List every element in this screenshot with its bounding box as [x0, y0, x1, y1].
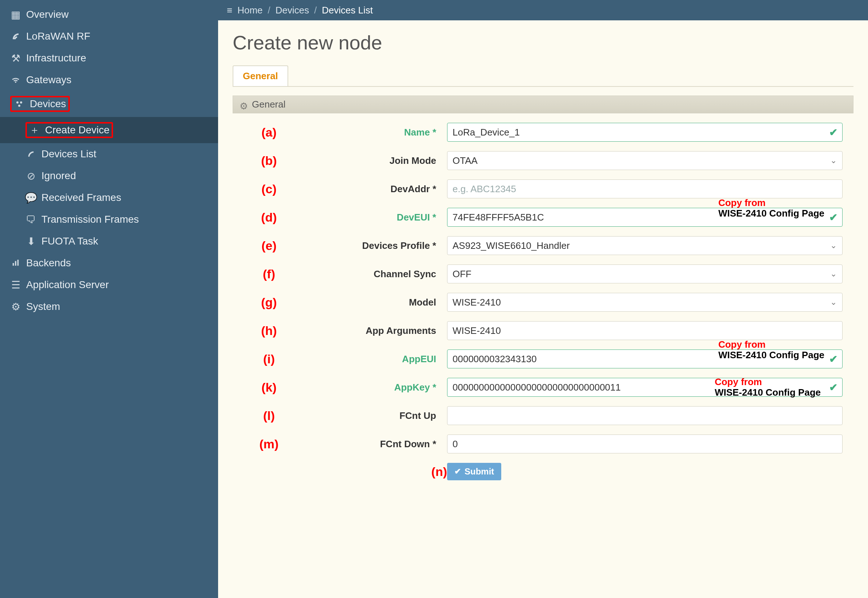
- sidebar-item-label: Ignored: [42, 170, 76, 182]
- svg-rect-4: [15, 261, 16, 266]
- tab-row: General: [233, 66, 853, 87]
- sidebar-item-label: LoRaWAN RF: [26, 30, 90, 42]
- sidebar-sub-ignored[interactable]: ⊘ Ignored: [0, 165, 218, 187]
- label-deveui: DevEUI *: [295, 212, 447, 223]
- sidebar: ▦ Overview LoRaWAN RF ⚒ Infrastructure G…: [0, 0, 218, 598]
- devices-icon: [14, 99, 25, 109]
- signal-icon: [10, 31, 21, 42]
- annotation-a: (a): [244, 126, 295, 139]
- form-general: (a) Name * ✔ (b) Join Mode OTAA: [233, 114, 853, 504]
- gear-icon: ⚙: [239, 101, 247, 109]
- sidebar-item-overview[interactable]: ▦ Overview: [0, 4, 218, 25]
- profile-select[interactable]: AS923_WISE6610_Handler: [447, 236, 843, 255]
- check-icon: ✔: [829, 126, 838, 138]
- sidebar-item-label: Overview: [26, 9, 69, 20]
- annotation-e: (e): [244, 239, 295, 253]
- sidebar-item-label: Transmission Frames: [42, 214, 139, 225]
- page-title: Create new node: [233, 31, 853, 54]
- sidebar-item-lorawan-rf[interactable]: LoRaWAN RF: [0, 25, 218, 47]
- svg-rect-3: [13, 263, 14, 266]
- wifi-icon: [10, 75, 21, 85]
- sidebar-item-label: Gateways: [26, 74, 72, 86]
- list-icon: ☰: [10, 280, 21, 290]
- check-icon: ✔: [454, 467, 461, 476]
- chat-icon: 🗨: [25, 214, 36, 225]
- panel-header-label: General: [252, 99, 286, 110]
- label-channel-sync: Channel Sync: [295, 269, 447, 280]
- sidebar-sub-transmission-frames[interactable]: 🗨 Transmission Frames: [0, 209, 218, 230]
- label-join-mode: Join Mode: [295, 155, 447, 166]
- sidebar-item-label: Backends: [26, 257, 71, 269]
- sidebar-sub-create-device[interactable]: ＋ Create Device: [0, 117, 218, 143]
- submit-label: Submit: [464, 466, 494, 477]
- fcnt-up-input[interactable]: [447, 406, 843, 425]
- label-appkey: AppKey *: [295, 382, 447, 393]
- sidebar-sub-received-frames[interactable]: 💬 Received Frames: [0, 187, 218, 209]
- annotation-h: (h): [244, 324, 295, 338]
- crumb-home[interactable]: Home: [237, 5, 262, 16]
- sidebar-item-label: Received Frames: [42, 192, 121, 203]
- deveui-input[interactable]: [447, 208, 843, 227]
- check-icon: ✔: [829, 381, 838, 393]
- appeui-input[interactable]: [447, 350, 843, 368]
- fcnt-down-input[interactable]: [447, 435, 843, 453]
- annotation-b: (b): [244, 154, 295, 168]
- sidebar-item-application-server[interactable]: ☰ Application Server: [0, 274, 218, 296]
- label-name: Name *: [295, 127, 447, 138]
- sidebar-item-devices[interactable]: Devices: [0, 91, 218, 117]
- annotation-g: (g): [244, 295, 295, 309]
- sidebar-item-label: System: [26, 301, 60, 312]
- annotation-i: (i): [244, 352, 295, 366]
- sidebar-item-label: Devices: [30, 98, 66, 110]
- signal-icon: [25, 149, 36, 160]
- ban-icon: ⊘: [25, 170, 36, 181]
- main-area: ≡ Home / Devices / Devices List Create n…: [218, 0, 868, 598]
- submit-button[interactable]: ✔ Submit: [447, 463, 501, 480]
- download-icon: ⬇: [25, 236, 36, 247]
- annotation-l: (l): [244, 409, 295, 423]
- crumb-sep: /: [314, 5, 317, 16]
- crumb-devices[interactable]: Devices: [275, 5, 309, 16]
- label-devaddr: DevAddr *: [295, 184, 447, 195]
- svg-point-1: [20, 102, 22, 103]
- annotation-f: (f): [244, 267, 295, 281]
- sidebar-item-label: Create Device: [45, 124, 109, 136]
- annotation-k: (k): [244, 380, 295, 395]
- channel-sync-select[interactable]: OFF: [447, 265, 843, 283]
- annotation-d: (d): [244, 210, 295, 224]
- sidebar-item-system[interactable]: ⚙ System: [0, 296, 218, 317]
- join-mode-select[interactable]: OTAA: [447, 151, 843, 170]
- label-fcnt-up: FCnt Up: [295, 410, 447, 422]
- sidebar-item-label: Application Server: [26, 279, 109, 291]
- plus-icon: ＋: [29, 125, 40, 136]
- crumb-sep: /: [268, 5, 271, 16]
- label-app-arguments: App Arguments: [295, 325, 447, 336]
- sidebar-item-backends[interactable]: Backends: [0, 252, 218, 274]
- chart-icon: [10, 257, 21, 269]
- sidebar-sub-fuota-task[interactable]: ⬇ FUOTA Task: [0, 230, 218, 252]
- crumb-devices-list[interactable]: Devices List: [322, 5, 373, 16]
- appkey-input[interactable]: [447, 378, 843, 397]
- menu-icon[interactable]: ≡: [227, 5, 232, 16]
- label-fcnt-down: FCnt Down *: [295, 438, 447, 450]
- dashboard-icon: ▦: [10, 9, 21, 20]
- gear-icon: ⚙: [10, 301, 21, 312]
- model-select[interactable]: WISE-2410: [447, 293, 843, 312]
- sidebar-item-infrastructure[interactable]: ⚒ Infrastructure: [0, 47, 218, 69]
- sidebar-item-label: Infrastructure: [26, 52, 86, 64]
- annotation-c: (c): [244, 182, 295, 196]
- name-input[interactable]: [447, 123, 843, 142]
- tab-general[interactable]: General: [233, 66, 288, 86]
- svg-rect-5: [18, 260, 19, 266]
- sidebar-item-gateways[interactable]: Gateways: [0, 69, 218, 91]
- annotation-m: (m): [244, 437, 295, 451]
- svg-point-0: [16, 102, 18, 103]
- label-profile: Devices Profile *: [295, 240, 447, 251]
- sitemap-icon: ⚒: [10, 53, 21, 64]
- sidebar-item-label: Devices List: [42, 148, 96, 160]
- devaddr-input[interactable]: [447, 179, 843, 198]
- breadcrumb: ≡ Home / Devices / Devices List: [218, 0, 868, 20]
- app-arguments-input[interactable]: [447, 321, 843, 340]
- label-appeui: AppEUI: [295, 353, 447, 365]
- sidebar-sub-devices-list[interactable]: Devices List: [0, 143, 218, 165]
